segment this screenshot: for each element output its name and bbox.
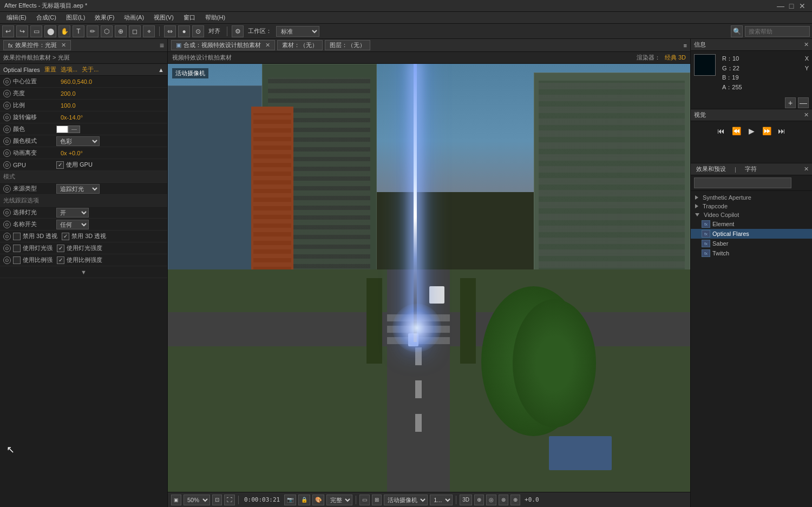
tool-align-2[interactable]: ● — [178, 25, 190, 37]
gpu-checkbox[interactable] — [56, 161, 64, 169]
tool-align-1[interactable]: ⇔ — [164, 25, 176, 37]
tool-camera[interactable]: ⬤ — [44, 25, 56, 37]
prop-icon-rotation[interactable]: ⊙ — [3, 114, 11, 121]
add-btn-plus[interactable]: + — [785, 97, 796, 108]
maximize-button[interactable]: □ — [786, 1, 797, 11]
layer-tab[interactable]: 图层：（无） — [325, 40, 370, 50]
prop-icon-brightness[interactable]: ⊙ — [3, 90, 11, 97]
preview-render-btn[interactable]: ⊕ — [510, 495, 520, 505]
effect-controls-close[interactable]: ✕ — [61, 42, 66, 49]
tool-text[interactable]: T — [73, 25, 84, 37]
comp-header-menu[interactable]: ≡ — [684, 42, 687, 49]
usescale-cb1[interactable] — [13, 256, 21, 264]
menu-composition[interactable]: 合成(C) — [32, 12, 61, 23]
colormode-dropdown[interactable]: 色彩 — [56, 136, 100, 146]
comp-tab-main[interactable]: ▣ 合成：视频特效设计航拍素材 ✕ — [171, 40, 275, 50]
prop-icon-scale[interactable]: ⊙ — [3, 102, 11, 109]
disable3d-cb1[interactable] — [13, 233, 21, 240]
scroll-up-icon[interactable]: ▲ — [158, 67, 164, 73]
preview-panel-close[interactable]: ✕ — [804, 111, 809, 118]
menu-window[interactable]: 窗口 — [179, 12, 200, 23]
category-trapcode[interactable]: Trapcode — [691, 202, 812, 210]
menu-layer[interactable]: 图层(L) — [62, 12, 89, 23]
quality-dropdown[interactable]: 完整 — [326, 495, 352, 505]
tool-puppet[interactable]: ⌖ — [143, 25, 155, 37]
tool-clone[interactable]: ⊕ — [115, 25, 127, 37]
tool-2[interactable]: ↪ — [16, 25, 28, 37]
of-about-btn[interactable]: 关于... — [82, 65, 99, 74]
nameswitch-dropdown[interactable]: 任何 — [56, 220, 89, 229]
preview-lock-btn[interactable]: 🔒 — [298, 495, 310, 505]
tool-pan[interactable]: ✋ — [58, 25, 70, 37]
tool-select[interactable]: ▭ — [30, 25, 42, 37]
add-btn-minus[interactable]: — — [798, 97, 809, 108]
category-video-copilot[interactable]: Video Copilot — [691, 210, 812, 219]
preview-more-btn[interactable]: ⊕ — [474, 495, 484, 505]
preview-fullscreen-btn[interactable]: ⛶ — [224, 495, 235, 505]
minimize-button[interactable]: — — [775, 1, 786, 11]
comp-tab-close[interactable]: ✕ — [265, 42, 270, 49]
tool-eraser[interactable]: ◻ — [129, 25, 141, 37]
selectlight-dropdown[interactable]: 开 — [56, 208, 89, 218]
tool-1[interactable]: ↩ — [2, 25, 14, 37]
disable3d-cb2[interactable] — [62, 233, 69, 240]
category-synthetic-aperture[interactable]: Synthetic Aperture — [691, 193, 812, 202]
menu-animation[interactable]: 动画(A) — [120, 12, 148, 23]
color-minus[interactable]: — — [68, 126, 80, 133]
prop-icon-color[interactable]: ⊙ — [3, 126, 11, 133]
char-tab-label[interactable]: 字符 — [743, 165, 759, 173]
usescale-cb2[interactable] — [57, 256, 64, 264]
effect-item-optical-flares[interactable]: fx Optical Flares — [691, 229, 812, 239]
prop-value-anim[interactable]: 0x +0.0° — [61, 150, 83, 156]
menu-help[interactable]: 帮助(H) — [201, 12, 230, 23]
transport-start[interactable]: ⏮ — [716, 126, 726, 136]
uselight-cb2[interactable] — [57, 245, 64, 252]
preview-toggle-btn[interactable]: ▭ — [359, 495, 370, 505]
effect-item-element[interactable]: fx Element — [691, 219, 812, 229]
effect-controls-tab[interactable]: fx 效果控件：光斑 ✕ — [3, 40, 71, 50]
source-dropdown[interactable]: 追踪灯光 — [56, 184, 100, 194]
camera-dropdown[interactable]: 活动摄像机 — [384, 495, 428, 505]
effect-item-saber[interactable]: fx Saber — [691, 239, 812, 248]
close-button[interactable]: ✕ — [797, 1, 808, 11]
panel-menu-icon[interactable]: ≡ — [160, 41, 164, 50]
effect-item-twitch[interactable]: fx Twitch — [691, 248, 812, 258]
effects-close[interactable]: ✕ — [804, 166, 809, 173]
preview-color-btn[interactable]: 🎨 — [312, 495, 324, 505]
scroll-down-icon[interactable]: ▼ — [81, 269, 87, 275]
prop-value-scale[interactable]: 100.0 — [61, 102, 76, 109]
of-options-btn[interactable]: 选项... — [61, 65, 77, 74]
preview-snapshot-btn[interactable]: ▣ — [171, 495, 181, 505]
transport-next[interactable]: ⏩ — [761, 126, 772, 136]
prop-icon-center[interactable]: ⊙ — [3, 78, 11, 85]
renderer-value[interactable]: 经典 3D — [665, 54, 686, 62]
preview-3d-btn[interactable]: 3D — [460, 495, 472, 505]
preview-motion-blur[interactable]: ◎ — [486, 495, 496, 505]
prop-value-rotation[interactable]: 0x-14.0° — [61, 114, 83, 121]
info-close[interactable]: ✕ — [804, 41, 809, 48]
workspace-dropdown[interactable]: 标准 — [276, 26, 319, 37]
color-swatch[interactable] — [56, 126, 68, 133]
tool-pen[interactable]: ✏ — [87, 25, 99, 37]
effects-tab-label[interactable]: 效果和预设 — [694, 165, 728, 173]
transport-prev[interactable]: ⏪ — [731, 126, 742, 136]
tool-align-3[interactable]: ⊙ — [192, 25, 204, 37]
zoom-dropdown[interactable]: 50% — [184, 495, 210, 505]
of-reset-btn[interactable]: 重置 — [44, 65, 56, 74]
tool-shape[interactable]: ⬡ — [101, 25, 113, 37]
preview-fit-btn[interactable]: ⊡ — [212, 495, 222, 505]
source-tab[interactable]: 素材：（无） — [277, 40, 323, 50]
menu-edit[interactable]: 编辑(E) — [2, 12, 31, 23]
uselight-cb1[interactable] — [13, 245, 21, 252]
preview-transform-btn[interactable]: ⊛ — [499, 495, 508, 505]
effects-search-input[interactable] — [694, 177, 791, 188]
search-input[interactable] — [745, 26, 810, 37]
prop-icon-anim[interactable]: ⊙ — [3, 149, 11, 157]
tool-render[interactable]: ⚙ — [232, 25, 244, 37]
transport-end[interactable]: ⏭ — [776, 126, 787, 136]
menu-effect[interactable]: 效果(F) — [90, 12, 119, 23]
preview-camera-btn[interactable]: 📷 — [284, 495, 296, 505]
prop-value-center[interactable]: 960.0,540.0 — [61, 78, 92, 85]
preview-grid-btn[interactable]: ⊞ — [372, 495, 382, 505]
prop-value-brightness[interactable]: 200.0 — [61, 90, 76, 97]
